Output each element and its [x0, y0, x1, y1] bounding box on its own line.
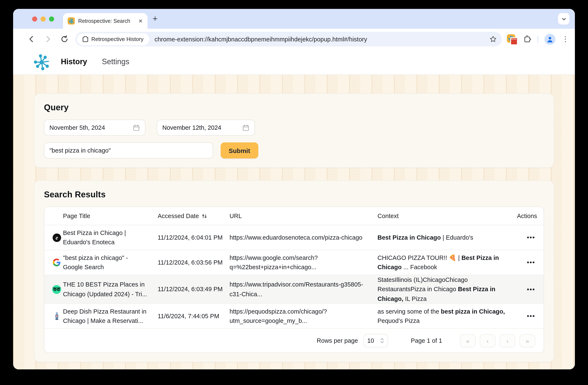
pequods-favicon-icon — [52, 312, 61, 321]
column-url: URL — [230, 213, 378, 219]
context-cell: StatesIllinois (IL)ChicagoChicago Restau… — [378, 275, 517, 304]
submit-button[interactable]: Submit — [221, 142, 258, 159]
table-row[interactable]: eBest Pizza in Chicago | Eduardo's Enote… — [44, 225, 544, 250]
site-chip-label: Retrospective History — [91, 36, 144, 42]
extensions-puzzle-icon[interactable] — [523, 35, 531, 43]
calendar-icon — [133, 124, 140, 131]
bookmark-star-icon[interactable] — [489, 36, 497, 43]
toolbar-divider — [538, 35, 538, 43]
date-from-value: November 5th, 2024 — [49, 124, 105, 131]
row-actions-button[interactable]: ••• — [526, 284, 536, 294]
query-card: Query November 5th, 2024 November 12th, … — [34, 93, 554, 168]
accessed-date-cell: 11/12/2024, 6:03:56 PM — [158, 258, 230, 267]
select-stepper-icon — [380, 338, 384, 344]
extension-badge-icon — [510, 37, 518, 45]
retrospective-logo-icon — [33, 53, 50, 71]
rows-per-page-select[interactable]: 10 — [363, 334, 388, 348]
page-info: Page 1 of 1 — [411, 337, 442, 344]
page-title-cell: Deep Dish Pizza Restaurant in Chicago | … — [63, 307, 158, 326]
page-title-cell: THE 10 BEST Pizza Places in Chicago (Upd… — [63, 280, 158, 299]
date-to-field[interactable]: November 12th, 2024 — [157, 120, 255, 136]
search-results-heading: Search Results — [44, 190, 544, 200]
row-actions-button[interactable]: ••• — [526, 232, 536, 243]
forward-icon[interactable] — [44, 35, 52, 43]
column-context: Context — [378, 213, 517, 219]
extension-page-icon — [83, 36, 88, 42]
context-cell: Best Pizza in Chicago | Eduardo's — [378, 233, 517, 242]
extension-site-chip[interactable]: Retrospective History — [77, 33, 149, 45]
browser-tab[interactable]: Retrospective: Search ✕ — [63, 13, 147, 29]
tab-search-chevron-button[interactable] — [558, 13, 569, 24]
browser-toolbar: Retrospective History chrome-extension:/… — [13, 29, 575, 49]
page-title-cell: "best pizza in chicago" - Google Search — [63, 253, 158, 272]
first-page-button[interactable]: « — [460, 334, 476, 347]
url-text[interactable]: chrome-extension://kahcmjbnaccdbpnemeihm… — [154, 36, 489, 42]
app-nav: History Settings — [61, 58, 129, 66]
tab-title: Retrospective: Search — [78, 18, 137, 24]
accessed-date-cell: 11/12/2024, 6:03:49 PM — [158, 285, 230, 294]
column-accessed-date[interactable]: Accessed Date — [158, 213, 230, 219]
next-page-button[interactable]: › — [500, 334, 515, 347]
rows-per-page-label: Rows per page — [317, 337, 358, 344]
eduardos-favicon-icon: e — [52, 233, 61, 242]
back-icon[interactable] — [27, 35, 36, 43]
date-to-value: November 12th, 2024 — [162, 124, 221, 131]
results-table-body: eBest Pizza in Chicago | Eduardo's Enote… — [44, 225, 544, 329]
accessed-date-cell: 11/6/2024, 7:44:05 PM — [158, 311, 230, 321]
context-cell: CHICAGO PIZZA TOUR!! 🍕 | Best Pizza in C… — [378, 253, 517, 272]
page-title-cell: Best Pizza in Chicago | Eduardo's Enotec… — [63, 228, 158, 247]
accessed-date-cell: 11/12/2024, 6:04:01 PM — [158, 233, 230, 242]
context-cell: as serving some of the best pizza in Chi… — [378, 307, 517, 326]
query-heading: Query — [44, 103, 544, 112]
close-tab-icon[interactable]: ✕ — [137, 17, 144, 24]
retrospective-favicon-icon — [68, 17, 75, 24]
fullscreen-window-button[interactable] — [49, 16, 54, 21]
svg-text:e: e — [55, 234, 58, 241]
search-results-card: Search Results Page Title Accessed Date … — [34, 181, 554, 362]
screenshot-stage: Retrospective: Search ✕ + Retrospective … — [0, 0, 588, 385]
url-cell: https://www.tripadvisor.com/Restaurants-… — [230, 280, 378, 299]
address-bar[interactable]: Retrospective History chrome-extension:/… — [75, 32, 502, 46]
prev-page-button[interactable]: ‹ — [480, 334, 495, 347]
minimize-window-button[interactable] — [41, 16, 46, 21]
table-header-row: Page Title Accessed Date URL Context Act… — [44, 207, 544, 225]
pagination-bar: Rows per page 10 Page 1 of 1 « ‹ › » — [44, 329, 544, 353]
new-tab-button[interactable]: + — [153, 9, 157, 29]
app-header: History Settings — [13, 49, 575, 75]
row-actions-button[interactable]: ••• — [526, 311, 536, 321]
last-page-button[interactable]: » — [520, 334, 535, 347]
search-input[interactable] — [49, 147, 208, 154]
nav-item-settings[interactable]: Settings — [102, 58, 129, 66]
google-favicon-icon — [52, 258, 61, 267]
results-table: Page Title Accessed Date URL Context Act… — [44, 207, 544, 353]
page-content: Query November 5th, 2024 November 12th, … — [13, 75, 575, 369]
table-row[interactable]: "best pizza in chicago" - Google Search1… — [44, 250, 544, 275]
date-from-field[interactable]: November 5th, 2024 — [44, 120, 146, 136]
sort-icon — [201, 213, 207, 219]
url-cell: https://www.google.com/search?q=%22best+… — [230, 253, 378, 272]
close-window-button[interactable] — [32, 16, 37, 21]
url-cell: https://www.eduardosenoteca.com/pizza-ch… — [230, 233, 378, 242]
reload-icon[interactable] — [61, 35, 68, 43]
profile-avatar[interactable] — [545, 34, 555, 45]
tab-strip: Retrospective: Search ✕ + — [13, 9, 575, 29]
search-field-wrap — [44, 142, 213, 159]
calendar-icon — [242, 124, 249, 131]
nav-item-history[interactable]: History — [61, 58, 87, 66]
pagination-buttons: « ‹ › » — [460, 334, 535, 347]
column-actions: Actions — [517, 213, 537, 219]
table-row[interactable]: Deep Dish Pizza Restaurant in Chicago | … — [44, 304, 544, 329]
column-page-title: Page Title — [63, 213, 158, 219]
browser-menu-icon[interactable]: ⋮ — [562, 36, 569, 43]
url-cell: https://pequodspizza.com/chicago/?utm_so… — [230, 307, 378, 326]
browser-window: Retrospective: Search ✕ + Retrospective … — [13, 9, 575, 369]
tripadvisor-favicon-icon — [52, 285, 61, 294]
traffic-lights — [32, 16, 54, 21]
row-actions-button[interactable]: ••• — [526, 257, 536, 267]
retrospective-extension-icon[interactable] — [507, 34, 517, 44]
table-row[interactable]: THE 10 BEST Pizza Places in Chicago (Upd… — [44, 275, 544, 304]
